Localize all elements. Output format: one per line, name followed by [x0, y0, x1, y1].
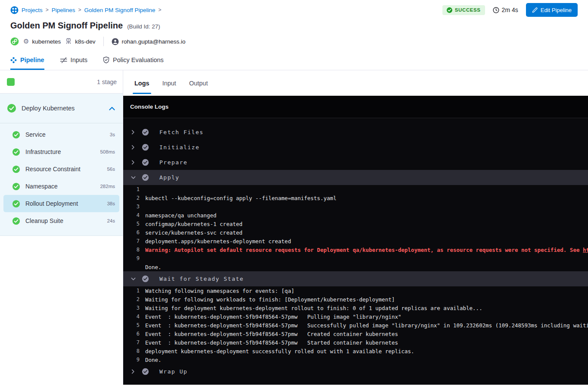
log-link[interactable]: http://g [583, 247, 588, 253]
tab-inputs-label: Inputs [71, 56, 88, 63]
chevron-up-icon[interactable] [109, 107, 115, 110]
log-lines: 1Watching following namespaces for event… [123, 286, 588, 364]
log-section-header[interactable]: Wait for Steady State [123, 271, 588, 286]
step-duration: 56s [107, 166, 115, 172]
harness-logo-icon[interactable] [10, 6, 19, 14]
chevron-right-icon[interactable] [128, 369, 139, 374]
line-number: 1 [123, 186, 140, 192]
line-text: kubectl --kubeconfig=config apply --file… [145, 195, 336, 201]
line-text: Event : kubernetes-deployment-5fb94f8564… [145, 322, 588, 329]
log-section-header[interactable]: Wrap Up [123, 364, 588, 379]
console: Console Logs Fetch FilesInitializePrepar… [123, 96, 588, 385]
edit-pipeline-label: Edit Pipeline [541, 7, 572, 13]
line-text: Waiting for deployment kubernetes-deploy… [145, 305, 482, 311]
chevron-down-icon[interactable] [128, 277, 139, 281]
breadcrumb-separator: > [158, 7, 161, 13]
line-text: Done. [145, 357, 162, 363]
detail-tab-bar: LogsInputOutput [123, 70, 588, 96]
breadcrumb-pipelines[interactable]: Pipelines [52, 7, 75, 13]
check-circle-icon [12, 148, 20, 156]
log-section-header[interactable]: Apply [123, 170, 588, 185]
line-number: 9 [123, 255, 140, 261]
line-text: namespace/qa unchanged [145, 212, 217, 219]
line-text: configmap/kubernetes-1 created [145, 221, 243, 227]
edit-pipeline-button[interactable]: Edit Pipeline [526, 3, 578, 17]
log-line: 1Watching following namespaces for event… [123, 286, 588, 295]
user-icon [112, 38, 119, 45]
stage-name: Deploy Kubernetes [22, 105, 104, 112]
chevron-right-icon[interactable] [128, 130, 139, 135]
step-rollout-deployment[interactable]: Rollout Deployment38s [3, 195, 119, 212]
breadcrumb-projects[interactable]: Projects [22, 7, 43, 13]
check-circle-icon [139, 129, 152, 136]
step-list: Service3sInfrastructure508msResource Con… [0, 123, 123, 233]
log-line: 3Waiting for deployment kubernetes-deplo… [123, 304, 588, 312]
step-infrastructure[interactable]: Infrastructure508ms [3, 143, 119, 160]
console-title: Console Logs [130, 104, 168, 110]
stage-header-deploy-kubernetes[interactable]: Deploy Kubernetes [0, 94, 123, 123]
log-section-title: Wait for Steady State [159, 276, 244, 282]
line-number: 8 [123, 247, 140, 253]
line-number: 7 [123, 238, 140, 244]
infrastructure-icon [65, 38, 72, 45]
log-section-header[interactable]: Initialize [123, 140, 588, 155]
step-resource-constraint[interactable]: Resource Constraint56s [3, 160, 119, 178]
log-line: 2Waiting for following workloads to fini… [123, 295, 588, 304]
log-line: 5configmap/kubernetes-1 created [123, 220, 588, 228]
detail-tab-output[interactable]: Output [189, 70, 208, 96]
line-number: 2 [123, 195, 140, 201]
step-duration: 24s [107, 218, 115, 223]
line-text: Done. [145, 264, 162, 270]
log-line: 4Event : kubernetes-deployment-5fb94f856… [123, 312, 588, 321]
check-circle-icon [139, 144, 152, 151]
check-circle-icon [12, 165, 20, 173]
clock-icon [493, 7, 499, 13]
log-section-header[interactable]: Prepare [123, 155, 588, 170]
chevron-right-icon[interactable] [128, 145, 139, 150]
detail-tab-input[interactable]: Input [162, 70, 176, 96]
infrastructure: k8s-dev [65, 38, 95, 45]
step-name: Resource Constraint [25, 166, 102, 173]
tab-inputs[interactable]: Inputs [60, 50, 88, 70]
line-text: service/kubernetes-svc created [145, 229, 243, 236]
log-line: 4namespace/qa unchanged [123, 211, 588, 220]
chevron-right-icon[interactable] [128, 160, 139, 165]
line-number: 5 [123, 322, 140, 328]
log-section-title: Apply [159, 174, 180, 181]
log-section-header[interactable]: Fetch Files [123, 125, 588, 140]
log-line: 8deployment kubernetes-deployment succes… [123, 347, 588, 355]
step-namespace[interactable]: Namespace282ms [3, 178, 119, 195]
line-number: 5 [123, 221, 140, 227]
check-circle-icon [7, 104, 16, 113]
line-text: Event : kubernetes-deployment-5fb94f8564… [145, 339, 398, 346]
status-label: SUCCESS [455, 7, 481, 13]
divider [103, 37, 104, 46]
log-line: 6service/kubernetes-svc created [123, 228, 588, 237]
stage-strip: 1 stage [0, 70, 123, 94]
step-duration: 38s [107, 201, 115, 206]
tab-policy-evaluations[interactable]: Policy Evaluations [103, 50, 164, 70]
breadcrumb-separator: > [78, 7, 81, 13]
step-name: Service [25, 131, 105, 138]
log-line: 8Warning: Autopilot set default resource… [123, 245, 588, 254]
execution-sidebar: 1 stage Deploy Kubernetes Service3sInfra… [0, 70, 123, 385]
log-section-wait-for-steady-state: Wait for Steady State1Watching following… [123, 271, 588, 364]
step-service[interactable]: Service3s [3, 126, 119, 143]
line-number: 4 [123, 212, 140, 218]
user-email: rohan.gupta@harness.io [122, 38, 186, 45]
chevron-down-icon[interactable] [128, 176, 139, 179]
log-lines: 12kubectl --kubeconfig=config apply --fi… [123, 185, 588, 271]
check-circle-icon [12, 200, 20, 208]
log-line: Done. [123, 263, 588, 271]
breadcrumb-pipeline-name[interactable]: Golden PM Signoff Pipeline [84, 7, 156, 13]
line-text: Event : kubernetes-deployment-5fb94f8564… [145, 314, 401, 320]
console-header: Console Logs [123, 96, 588, 118]
log-section-initialize: Initialize [123, 140, 588, 155]
line-number: 9 [123, 357, 140, 363]
breadcrumb: Projects > Pipelines > Golden PM Signoff… [10, 6, 161, 14]
line-number: 2 [123, 296, 140, 302]
tab-pipeline[interactable]: Pipeline [10, 50, 44, 70]
detail-tab-logs[interactable]: Logs [134, 70, 149, 96]
stage-count: 1 stage [97, 78, 117, 85]
step-cleanup-suite[interactable]: Cleanup Suite24s [3, 212, 119, 229]
